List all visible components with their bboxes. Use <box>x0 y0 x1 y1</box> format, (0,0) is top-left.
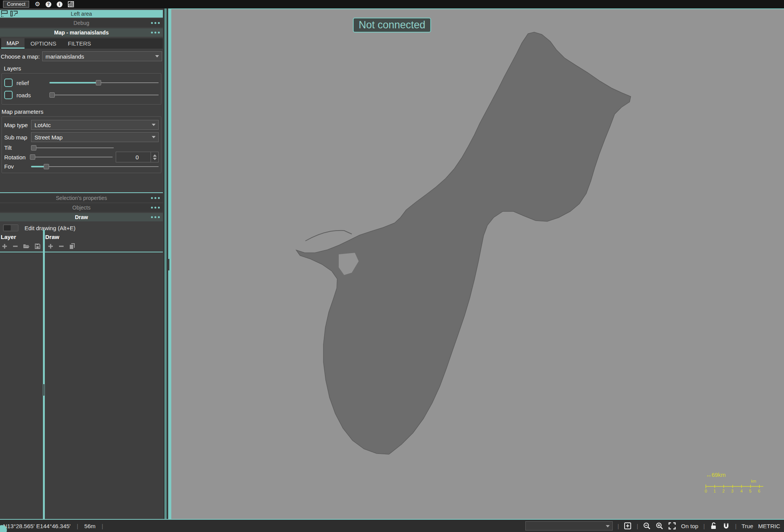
relief-label: relief <box>16 80 49 86</box>
section-objects[interactable]: Objects <box>0 203 163 212</box>
info-icon[interactable]: i <box>57 2 62 7</box>
section-selection-properties[interactable]: Selection's properties <box>0 194 163 202</box>
harbor-breakwater <box>305 231 352 241</box>
fov-slider[interactable] <box>31 164 159 170</box>
undock-panel-icon[interactable] <box>10 10 18 18</box>
roads-opacity-slider[interactable] <box>49 92 159 98</box>
map-type-label: Map type <box>4 122 31 128</box>
chevron-down-icon <box>155 55 159 57</box>
layers-group: relief roads <box>2 73 161 105</box>
map-parameters-title: Map parameters <box>2 108 163 115</box>
tab-options[interactable]: OPTIONS <box>25 38 62 49</box>
on-top-label[interactable]: On top <box>681 523 698 529</box>
fullscreen-icon[interactable] <box>668 522 676 530</box>
spinbox-arrows-icon[interactable] <box>151 152 158 162</box>
separator: | <box>735 523 736 529</box>
magnet-icon[interactable] <box>722 522 730 530</box>
draw-menu-dots-icon[interactable] <box>151 216 160 218</box>
lotatc-client-window: Connect ⚙ ? i <box>0 0 784 532</box>
map-parameters-group: Map type LotAtc Sub map Street Map Tilt <box>2 116 161 173</box>
map-type-dropdown[interactable]: LotAtc <box>31 120 159 130</box>
layer-list[interactable] <box>0 231 43 519</box>
map-viewport[interactable] <box>171 8 784 519</box>
units-label[interactable]: METRIC <box>758 523 781 529</box>
texture-hatch-icon[interactable] <box>68 1 74 7</box>
cursor-coordinates: N13°28.565' E144°46.345' <box>3 523 71 529</box>
relief-opacity-slider[interactable] <box>49 80 159 86</box>
rotation-spinbox[interactable]: 0 <box>116 152 159 162</box>
rotation-slider[interactable] <box>30 154 113 160</box>
separator: | <box>77 523 78 529</box>
separator: | <box>102 523 103 529</box>
debug-menu-dots-icon[interactable] <box>151 22 160 24</box>
map-width-label: ↔69km <box>706 471 769 478</box>
section-draw[interactable]: Draw <box>0 213 163 221</box>
edit-drawing-label: Edit drawing (Alt+E) <box>25 225 75 231</box>
layers-title: Layers <box>4 65 163 72</box>
zoom-in-icon[interactable] <box>656 522 663 530</box>
dock-panel-icon[interactable] <box>1 10 8 18</box>
connect-button[interactable]: Connect <box>3 1 29 8</box>
tab-map[interactable]: MAP <box>1 38 25 49</box>
help-icon[interactable]: ? <box>46 2 51 7</box>
tilt-slider[interactable] <box>31 145 114 151</box>
tilt-label: Tilt <box>4 144 31 151</box>
panel-scrollbar[interactable] <box>164 8 167 519</box>
separator: | <box>618 523 619 529</box>
list-column-splitter[interactable] <box>43 230 45 519</box>
separator: | <box>636 523 638 529</box>
chevron-down-icon <box>606 525 610 527</box>
section-debug[interactable]: Debug <box>0 19 163 27</box>
map-menu-dots-icon[interactable] <box>151 32 160 34</box>
fov-label: Fov <box>4 163 31 170</box>
map-section-title: Map - marianaislands <box>54 29 108 36</box>
roads-checkbox[interactable] <box>4 91 13 99</box>
unlock-icon[interactable] <box>710 522 717 530</box>
add-panel-icon[interactable] <box>624 522 631 530</box>
separator: | <box>703 523 705 529</box>
choose-map-label: Choose a map: <box>1 53 40 60</box>
section-separator <box>0 192 163 193</box>
left-panel: Left area Debug Map - marianaislands MAP… <box>0 8 171 519</box>
layer-row-roads: roads <box>4 89 159 101</box>
sub-map-value: Street Map <box>34 134 62 141</box>
sub-map-dropdown[interactable]: Street Map <box>31 132 159 142</box>
rotation-value: 0 <box>136 154 139 160</box>
layer-row-relief: relief <box>4 77 159 89</box>
settings-gear-icon[interactable]: ⚙ <box>34 1 40 7</box>
sub-map-label: Sub map <box>4 134 31 141</box>
left-area-header[interactable]: Left area <box>0 10 163 18</box>
scale-tick: 5 <box>749 489 751 493</box>
map-scale-widget: ↔69km km 0 1 2 3 4 5 6 <box>704 471 769 496</box>
choose-map-dropdown[interactable]: marianaislands <box>42 51 162 61</box>
scale-tick: 2 <box>722 489 725 493</box>
not-connected-badge: Not connected <box>353 18 431 33</box>
selection-menu-dots-icon[interactable] <box>151 197 160 199</box>
choose-map-value: marianaislands <box>46 53 84 60</box>
rotation-label: Rotation <box>4 154 30 160</box>
scale-tick: 4 <box>740 489 743 493</box>
panel-map-splitter[interactable] <box>168 8 171 519</box>
scale-tick: 0 <box>705 489 707 493</box>
objects-title: Objects <box>72 205 90 211</box>
objects-menu-dots-icon[interactable] <box>151 207 160 209</box>
draw-title: Draw <box>75 214 88 220</box>
scale-unit-label: km <box>751 479 756 483</box>
draw-list[interactable] <box>45 231 163 519</box>
true-heading-label[interactable]: True <box>741 523 753 529</box>
guam-map <box>171 9 784 519</box>
scale-tick: 3 <box>731 489 733 493</box>
choose-map-row: Choose a map: marianaislands <box>1 51 163 61</box>
section-map-header[interactable]: Map - marianaislands <box>0 28 163 37</box>
chevron-down-icon <box>152 124 156 126</box>
relief-checkbox[interactable] <box>4 79 13 87</box>
tab-filters[interactable]: FILTERS <box>62 38 97 49</box>
zoom-out-icon[interactable] <box>643 522 651 530</box>
cursor-elevation: 56m <box>84 523 95 529</box>
debug-title: Debug <box>74 20 89 26</box>
scale-tick: 1 <box>713 489 716 493</box>
status-dropdown[interactable] <box>525 521 613 530</box>
chevron-down-icon <box>152 136 156 138</box>
status-bar: N13°28.565' E144°46.345' | 56m | | | <box>0 519 784 532</box>
selection-properties-title: Selection's properties <box>56 195 107 201</box>
